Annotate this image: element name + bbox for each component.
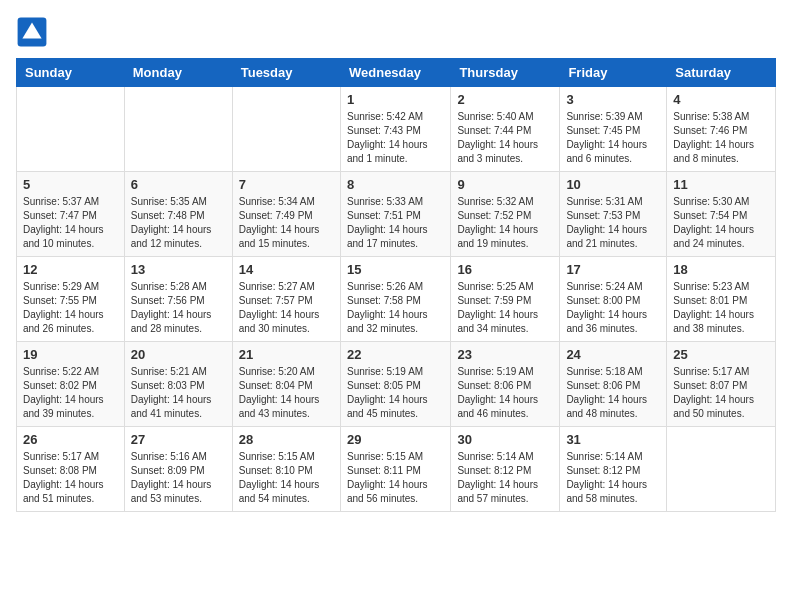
day-info: Sunrise: 5:14 AM Sunset: 8:12 PM Dayligh… xyxy=(566,450,660,506)
day-number: 5 xyxy=(23,177,118,192)
calendar-cell: 14Sunrise: 5:27 AM Sunset: 7:57 PM Dayli… xyxy=(232,257,340,342)
calendar-cell: 26Sunrise: 5:17 AM Sunset: 8:08 PM Dayli… xyxy=(17,427,125,512)
calendar-week-row: 12Sunrise: 5:29 AM Sunset: 7:55 PM Dayli… xyxy=(17,257,776,342)
day-info: Sunrise: 5:19 AM Sunset: 8:05 PM Dayligh… xyxy=(347,365,444,421)
day-number: 11 xyxy=(673,177,769,192)
day-number: 14 xyxy=(239,262,334,277)
day-info: Sunrise: 5:23 AM Sunset: 8:01 PM Dayligh… xyxy=(673,280,769,336)
calendar-week-row: 26Sunrise: 5:17 AM Sunset: 8:08 PM Dayli… xyxy=(17,427,776,512)
day-number: 3 xyxy=(566,92,660,107)
calendar-cell: 27Sunrise: 5:16 AM Sunset: 8:09 PM Dayli… xyxy=(124,427,232,512)
day-info: Sunrise: 5:31 AM Sunset: 7:53 PM Dayligh… xyxy=(566,195,660,251)
day-number: 10 xyxy=(566,177,660,192)
calendar-cell: 9Sunrise: 5:32 AM Sunset: 7:52 PM Daylig… xyxy=(451,172,560,257)
calendar-cell xyxy=(17,87,125,172)
day-info: Sunrise: 5:15 AM Sunset: 8:10 PM Dayligh… xyxy=(239,450,334,506)
day-number: 25 xyxy=(673,347,769,362)
day-number: 27 xyxy=(131,432,226,447)
day-info: Sunrise: 5:16 AM Sunset: 8:09 PM Dayligh… xyxy=(131,450,226,506)
day-info: Sunrise: 5:37 AM Sunset: 7:47 PM Dayligh… xyxy=(23,195,118,251)
day-number: 26 xyxy=(23,432,118,447)
calendar-cell: 15Sunrise: 5:26 AM Sunset: 7:58 PM Dayli… xyxy=(340,257,450,342)
day-number: 18 xyxy=(673,262,769,277)
day-number: 9 xyxy=(457,177,553,192)
day-info: Sunrise: 5:17 AM Sunset: 8:07 PM Dayligh… xyxy=(673,365,769,421)
calendar-cell xyxy=(667,427,776,512)
day-header-friday: Friday xyxy=(560,59,667,87)
calendar-cell: 18Sunrise: 5:23 AM Sunset: 8:01 PM Dayli… xyxy=(667,257,776,342)
calendar-table: SundayMondayTuesdayWednesdayThursdayFrid… xyxy=(16,58,776,512)
calendar-cell: 11Sunrise: 5:30 AM Sunset: 7:54 PM Dayli… xyxy=(667,172,776,257)
day-info: Sunrise: 5:33 AM Sunset: 7:51 PM Dayligh… xyxy=(347,195,444,251)
day-info: Sunrise: 5:15 AM Sunset: 8:11 PM Dayligh… xyxy=(347,450,444,506)
calendar-cell: 21Sunrise: 5:20 AM Sunset: 8:04 PM Dayli… xyxy=(232,342,340,427)
calendar-cell xyxy=(124,87,232,172)
day-header-monday: Monday xyxy=(124,59,232,87)
calendar-cell: 7Sunrise: 5:34 AM Sunset: 7:49 PM Daylig… xyxy=(232,172,340,257)
calendar-cell: 3Sunrise: 5:39 AM Sunset: 7:45 PM Daylig… xyxy=(560,87,667,172)
day-info: Sunrise: 5:25 AM Sunset: 7:59 PM Dayligh… xyxy=(457,280,553,336)
calendar-cell: 24Sunrise: 5:18 AM Sunset: 8:06 PM Dayli… xyxy=(560,342,667,427)
day-info: Sunrise: 5:34 AM Sunset: 7:49 PM Dayligh… xyxy=(239,195,334,251)
day-info: Sunrise: 5:35 AM Sunset: 7:48 PM Dayligh… xyxy=(131,195,226,251)
logo-icon xyxy=(16,16,48,48)
day-info: Sunrise: 5:21 AM Sunset: 8:03 PM Dayligh… xyxy=(131,365,226,421)
day-number: 16 xyxy=(457,262,553,277)
day-number: 1 xyxy=(347,92,444,107)
day-number: 12 xyxy=(23,262,118,277)
calendar-cell: 4Sunrise: 5:38 AM Sunset: 7:46 PM Daylig… xyxy=(667,87,776,172)
day-number: 21 xyxy=(239,347,334,362)
calendar-cell: 19Sunrise: 5:22 AM Sunset: 8:02 PM Dayli… xyxy=(17,342,125,427)
calendar-cell: 30Sunrise: 5:14 AM Sunset: 8:12 PM Dayli… xyxy=(451,427,560,512)
day-number: 6 xyxy=(131,177,226,192)
day-number: 30 xyxy=(457,432,553,447)
calendar-cell: 12Sunrise: 5:29 AM Sunset: 7:55 PM Dayli… xyxy=(17,257,125,342)
calendar-cell: 20Sunrise: 5:21 AM Sunset: 8:03 PM Dayli… xyxy=(124,342,232,427)
calendar-header-row: SundayMondayTuesdayWednesdayThursdayFrid… xyxy=(17,59,776,87)
calendar-week-row: 19Sunrise: 5:22 AM Sunset: 8:02 PM Dayli… xyxy=(17,342,776,427)
calendar-cell: 23Sunrise: 5:19 AM Sunset: 8:06 PM Dayli… xyxy=(451,342,560,427)
day-number: 17 xyxy=(566,262,660,277)
day-info: Sunrise: 5:29 AM Sunset: 7:55 PM Dayligh… xyxy=(23,280,118,336)
day-header-thursday: Thursday xyxy=(451,59,560,87)
calendar-cell: 25Sunrise: 5:17 AM Sunset: 8:07 PM Dayli… xyxy=(667,342,776,427)
day-info: Sunrise: 5:39 AM Sunset: 7:45 PM Dayligh… xyxy=(566,110,660,166)
day-number: 2 xyxy=(457,92,553,107)
day-number: 28 xyxy=(239,432,334,447)
day-info: Sunrise: 5:22 AM Sunset: 8:02 PM Dayligh… xyxy=(23,365,118,421)
day-header-tuesday: Tuesday xyxy=(232,59,340,87)
calendar-week-row: 5Sunrise: 5:37 AM Sunset: 7:47 PM Daylig… xyxy=(17,172,776,257)
day-number: 15 xyxy=(347,262,444,277)
page-header xyxy=(16,16,776,48)
day-info: Sunrise: 5:18 AM Sunset: 8:06 PM Dayligh… xyxy=(566,365,660,421)
day-number: 4 xyxy=(673,92,769,107)
logo xyxy=(16,16,52,48)
calendar-cell xyxy=(232,87,340,172)
day-info: Sunrise: 5:42 AM Sunset: 7:43 PM Dayligh… xyxy=(347,110,444,166)
day-number: 22 xyxy=(347,347,444,362)
day-info: Sunrise: 5:27 AM Sunset: 7:57 PM Dayligh… xyxy=(239,280,334,336)
day-info: Sunrise: 5:19 AM Sunset: 8:06 PM Dayligh… xyxy=(457,365,553,421)
day-info: Sunrise: 5:32 AM Sunset: 7:52 PM Dayligh… xyxy=(457,195,553,251)
day-number: 7 xyxy=(239,177,334,192)
day-number: 29 xyxy=(347,432,444,447)
calendar-cell: 28Sunrise: 5:15 AM Sunset: 8:10 PM Dayli… xyxy=(232,427,340,512)
day-number: 19 xyxy=(23,347,118,362)
day-number: 20 xyxy=(131,347,226,362)
calendar-cell: 17Sunrise: 5:24 AM Sunset: 8:00 PM Dayli… xyxy=(560,257,667,342)
day-info: Sunrise: 5:30 AM Sunset: 7:54 PM Dayligh… xyxy=(673,195,769,251)
day-number: 13 xyxy=(131,262,226,277)
calendar-cell: 2Sunrise: 5:40 AM Sunset: 7:44 PM Daylig… xyxy=(451,87,560,172)
day-info: Sunrise: 5:17 AM Sunset: 8:08 PM Dayligh… xyxy=(23,450,118,506)
calendar-cell: 29Sunrise: 5:15 AM Sunset: 8:11 PM Dayli… xyxy=(340,427,450,512)
day-info: Sunrise: 5:38 AM Sunset: 7:46 PM Dayligh… xyxy=(673,110,769,166)
day-number: 8 xyxy=(347,177,444,192)
calendar-cell: 22Sunrise: 5:19 AM Sunset: 8:05 PM Dayli… xyxy=(340,342,450,427)
calendar-cell: 31Sunrise: 5:14 AM Sunset: 8:12 PM Dayli… xyxy=(560,427,667,512)
day-info: Sunrise: 5:26 AM Sunset: 7:58 PM Dayligh… xyxy=(347,280,444,336)
calendar-cell: 6Sunrise: 5:35 AM Sunset: 7:48 PM Daylig… xyxy=(124,172,232,257)
day-header-sunday: Sunday xyxy=(17,59,125,87)
day-number: 31 xyxy=(566,432,660,447)
calendar-cell: 13Sunrise: 5:28 AM Sunset: 7:56 PM Dayli… xyxy=(124,257,232,342)
day-header-wednesday: Wednesday xyxy=(340,59,450,87)
